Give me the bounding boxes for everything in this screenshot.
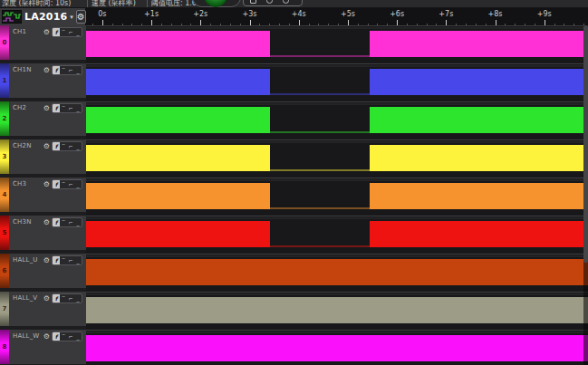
measure-f-icon[interactable]: f [53,218,60,226]
channel-settings-gear-icon[interactable]: ⚙ [43,66,50,74]
channel-panel[interactable]: HALL_U ⚙ f ‾ ⌐ _ [9,254,84,288]
header-row: LA2016 ▾ ⚙ 0s+1s+2s+3s+4s+5s+6s+7s+8s+9s [0,8,588,25]
channel-name-label: CH2N [13,142,32,149]
measure-f-icon[interactable]: f [53,66,60,74]
device-settings-gear-icon[interactable]: ⚙ [76,10,86,24]
channel-color-strip[interactable]: 2 [0,101,9,136]
low-level-trigger-icon[interactable]: _ [74,28,82,36]
device-selector[interactable]: LA2016 ▾ ⚙ [0,8,86,25]
channel-panel[interactable]: HALL_V ⚙ f ‾ ⌐ _ [9,292,84,326]
falling-edge-trigger-icon[interactable]: ⌐ [67,332,74,341]
timeline-tick-label: +2s [193,10,207,18]
low-level-trigger-icon[interactable]: _ [74,294,82,303]
high-level-trigger-icon[interactable]: ‾ [60,142,67,150]
measure-f-icon[interactable]: f [53,294,60,303]
falling-edge-trigger-icon[interactable]: ⌐ [67,66,74,74]
scrollbar-thumb[interactable] [583,25,588,263]
channel-color-strip[interactable]: 5 [0,216,9,250]
channel-settings-gear-icon[interactable]: ⚙ [43,180,50,188]
channel-panel[interactable]: CH2N ⚙ f ‾ ⌐ _ [9,139,84,174]
high-level-trigger-icon[interactable]: ‾ [60,218,67,226]
channel-number: 7 [0,305,9,312]
measure-f-icon[interactable]: f [53,256,60,264]
channel-panel[interactable]: CH3N ⚙ f ‾ ⌐ _ [9,216,84,250]
falling-edge-trigger-icon[interactable]: ⌐ [67,218,74,226]
channel-settings-gear-icon[interactable]: ⚙ [43,28,50,36]
device-dropdown-caret-icon[interactable]: ▾ [70,14,73,21]
channel-panel[interactable]: CH2 ⚙ f ‾ ⌐ _ [9,101,84,136]
channel-color-strip[interactable]: 3 [0,139,9,174]
channel-settings-gear-icon[interactable]: ⚙ [43,332,50,341]
channel-waveform[interactable] [86,292,588,330]
channel-waveform[interactable] [86,178,588,216]
high-level-trigger-icon[interactable]: ‾ [60,256,67,264]
vertical-scrollbar[interactable] [583,25,588,365]
low-level-trigger-icon[interactable]: _ [74,256,82,264]
channel-color-strip[interactable]: 6 [0,254,9,288]
low-level-trigger-icon[interactable]: _ [74,332,82,341]
waveform-high-segment [370,145,588,171]
channel-panel[interactable]: HALL_W ⚙ f ‾ ⌐ _ [9,330,84,364]
channel-waveform[interactable] [86,139,588,178]
timeline-tick-label: +4s [292,10,306,18]
falling-edge-trigger-icon[interactable]: ⌐ [67,142,74,150]
fit-view-icon[interactable] [250,0,256,4]
falling-edge-trigger-icon[interactable]: ⌐ [67,28,74,36]
channel-color-strip[interactable]: 1 [0,63,9,98]
channel-panel[interactable]: CH1 ⚙ f ‾ ⌐ _ [9,25,84,60]
trigger-button-group: f ‾ ⌐ _ [52,65,82,75]
low-level-trigger-icon[interactable]: _ [74,104,82,112]
channel-waveform[interactable] [86,63,588,101]
channel-icon-group: ⚙ f ‾ ⌐ _ [43,255,82,265]
high-level-trigger-icon[interactable]: ‾ [60,104,67,112]
channel-number: 6 [0,267,9,274]
channel-waveform[interactable] [86,25,588,63]
measure-f-icon[interactable]: f [53,142,60,150]
channel-info-panel: 6 HALL_U ⚙ f ‾ ⌐ _ [0,254,86,292]
channel-name-label: CH1 [13,28,26,35]
channel-row: 7 HALL_V ⚙ f ‾ ⌐ _ [0,292,588,330]
low-level-trigger-icon[interactable]: _ [74,66,82,74]
high-level-trigger-icon[interactable]: ‾ [60,66,67,74]
channel-waveform[interactable] [86,101,588,139]
falling-edge-trigger-icon[interactable]: ⌐ [67,180,74,188]
measure-f-icon[interactable]: f [53,104,60,112]
low-level-trigger-icon[interactable]: _ [74,142,82,150]
channel-icon-group: ⚙ f ‾ ⌐ _ [43,217,82,227]
channel-number: 2 [0,115,9,122]
channel-color-strip[interactable]: 4 [0,178,9,212]
falling-edge-trigger-icon[interactable]: ⌐ [67,294,74,303]
channel-settings-gear-icon[interactable]: ⚙ [43,294,50,303]
channel-color-strip[interactable]: 0 [0,25,9,60]
high-level-trigger-icon[interactable]: ‾ [60,332,67,341]
falling-edge-trigger-icon[interactable]: ⌐ [67,104,74,112]
channel-number: 0 [0,39,9,46]
channel-waveform[interactable] [86,330,588,365]
timeline[interactable]: 0s+1s+2s+3s+4s+5s+6s+7s+8s+9s [86,8,588,25]
channel-color-strip[interactable]: 7 [0,292,9,326]
high-level-trigger-icon[interactable]: ‾ [60,28,67,36]
channel-waveform[interactable] [86,254,588,292]
high-level-trigger-icon[interactable]: ‾ [60,294,67,303]
channel-color-strip[interactable]: 8 [0,330,9,364]
channel-panel[interactable]: CH1N ⚙ f ‾ ⌐ _ [9,63,84,98]
trigger-button-group: f ‾ ⌐ _ [52,27,82,37]
falling-edge-trigger-icon[interactable]: ⌐ [67,256,74,264]
channel-name-label: CH3N [13,218,32,226]
channel-panel[interactable]: CH3 ⚙ f ‾ ⌐ _ [9,178,84,212]
measure-f-icon[interactable]: f [53,180,60,188]
measure-f-icon[interactable]: f [53,332,60,341]
measure-f-icon[interactable]: f [53,28,60,36]
channel-settings-gear-icon[interactable]: ⚙ [43,142,50,150]
low-level-trigger-icon[interactable]: _ [74,180,82,188]
channel-settings-gear-icon[interactable]: ⚙ [43,218,50,226]
channel-icon-group: ⚙ f ‾ ⌐ _ [43,331,82,341]
high-level-trigger-icon[interactable]: ‾ [60,180,67,188]
timeline-tick-label: +1s [144,10,159,18]
low-level-trigger-icon[interactable]: _ [74,218,82,226]
channel-waveform[interactable] [86,216,588,254]
channel-settings-gear-icon[interactable]: ⚙ [43,104,50,112]
channel-row: 4 CH3 ⚙ f ‾ ⌐ _ [0,178,588,216]
waveform-high-segment [370,107,588,133]
channel-settings-gear-icon[interactable]: ⚙ [43,256,50,264]
